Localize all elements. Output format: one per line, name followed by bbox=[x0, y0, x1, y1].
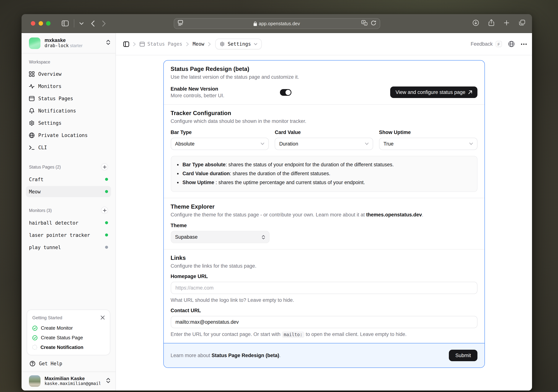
card-value-select[interactable]: Duration bbox=[275, 138, 373, 150]
section-title: Status Page Redesign (beta) bbox=[171, 66, 477, 72]
status-dot-green bbox=[105, 178, 108, 181]
feedback-button[interactable]: Feedback F bbox=[471, 41, 502, 47]
check-circle-icon bbox=[32, 335, 37, 340]
minimize-window-button[interactable] bbox=[38, 21, 43, 26]
panel-top-icon bbox=[140, 41, 145, 47]
tracker-bullet: Show Uptime : shares the uptime percenta… bbox=[183, 178, 472, 187]
sidebar-item-private-locations[interactable]: Private Locations bbox=[26, 129, 111, 141]
screenshot-stage: app.openstatus.dev Ax bbox=[0, 0, 558, 392]
arrow-up-right-icon bbox=[468, 90, 472, 94]
show-uptime-label: Show Uptime bbox=[379, 130, 477, 135]
url-domain: app.openstatus.dev bbox=[174, 21, 380, 26]
lock-icon bbox=[253, 21, 257, 26]
plus-icon bbox=[103, 209, 106, 212]
help-circle-icon bbox=[30, 361, 35, 366]
app-header: Status Pages Meow S bbox=[116, 33, 532, 55]
new-tab-icon[interactable] bbox=[504, 20, 509, 27]
contact-url-label: Contact URL bbox=[171, 308, 477, 313]
get-help-link[interactable]: Get Help bbox=[26, 355, 111, 372]
status-page-settings-form: Status Page Redesign (beta) Use the late… bbox=[163, 60, 485, 368]
status-dot-green bbox=[105, 190, 108, 193]
submit-button[interactable]: Submit bbox=[449, 350, 477, 361]
tracker-bullet: Bar Type absolute: shares the status of … bbox=[183, 160, 472, 169]
sidebar-item-status-pages[interactable]: Status Pages bbox=[26, 92, 111, 105]
tracker-info-box: Bar Type absolute: shares the status of … bbox=[171, 156, 477, 192]
zoom-window-button[interactable] bbox=[46, 21, 51, 26]
sidebar-item-craft[interactable]: Craft bbox=[26, 174, 111, 185]
status-dot-green bbox=[105, 234, 108, 236]
sidebar-dropdown-chevron-icon[interactable] bbox=[79, 22, 84, 25]
terminal-icon bbox=[29, 145, 35, 150]
globe-icon[interactable] bbox=[508, 41, 514, 47]
getting-started-create-monitor[interactable]: Create Monitor bbox=[32, 325, 105, 331]
sidebar-item-hairball-detector[interactable]: hairball detector bbox=[26, 217, 111, 228]
breadcrumb-meow[interactable]: Meow bbox=[193, 41, 204, 47]
homepage-url-label: Homepage URL bbox=[171, 274, 477, 279]
homepage-url-hint: What URL should the logo link to? Leave … bbox=[171, 297, 477, 303]
getting-started-card: Getting Started Create Monitor bbox=[27, 310, 110, 355]
enable-new-version-label: Enable New Version bbox=[171, 86, 224, 92]
section-theme-explorer: Theme Explorer Configure the theme for t… bbox=[164, 198, 484, 249]
dashed-circle-icon bbox=[32, 345, 37, 350]
contact-url-input[interactable] bbox=[171, 316, 477, 328]
sidebar-item-play-tunnel[interactable]: play tunnel bbox=[26, 242, 111, 253]
team-avatar bbox=[29, 37, 41, 49]
gear-icon bbox=[29, 120, 35, 126]
show-uptime-select[interactable]: True bbox=[379, 138, 477, 150]
section-links: Links Configure the links for the status… bbox=[164, 249, 484, 343]
add-monitor-button[interactable] bbox=[101, 207, 108, 214]
user-name: Maximilian Kaske bbox=[44, 376, 100, 381]
workspace-section-label: Workspace bbox=[26, 60, 111, 64]
collapse-sidebar-icon[interactable] bbox=[123, 41, 129, 47]
sidebar-item-overview[interactable]: Overview bbox=[26, 68, 111, 80]
theme-select[interactable]: Supabase bbox=[171, 231, 269, 243]
user-menu[interactable]: Maximilian Kaske kaske.maximilian@gmail… bbox=[22, 372, 115, 391]
view-configure-status-page-button[interactable]: View and configure status page bbox=[390, 87, 477, 98]
panel-top-icon bbox=[29, 96, 35, 101]
close-window-button[interactable] bbox=[31, 21, 35, 26]
getting-started-create-status-page[interactable]: Create Status Page bbox=[32, 335, 105, 340]
add-status-page-button[interactable] bbox=[101, 163, 108, 170]
sidebar-item-meow[interactable]: Meow bbox=[26, 186, 111, 197]
more-options-icon[interactable] bbox=[521, 43, 527, 45]
check-circle-icon bbox=[32, 325, 37, 331]
sidebar-item-monitors[interactable]: Monitors bbox=[26, 80, 111, 92]
breadcrumb-status-pages[interactable]: Status Pages bbox=[140, 41, 182, 47]
downloads-icon[interactable] bbox=[473, 19, 479, 27]
breadcrumb: Status Pages Meow S bbox=[123, 39, 262, 49]
browser-sidebar-icon[interactable] bbox=[62, 20, 69, 26]
user-email: kaske.maximilian@gmail… bbox=[44, 381, 100, 387]
section-status-page-redesign: Status Page Redesign (beta) Use the late… bbox=[164, 61, 484, 104]
gear-icon bbox=[220, 42, 225, 46]
homepage-url-input[interactable] bbox=[171, 282, 477, 294]
browser-window: app.openstatus.dev Ax bbox=[22, 14, 532, 391]
getting-started-title: Getting Started bbox=[32, 315, 62, 320]
chevrons-up-down-icon bbox=[106, 378, 110, 384]
tab-overview-icon[interactable] bbox=[519, 20, 525, 27]
section-description: Configure which data should be shown in … bbox=[171, 118, 477, 124]
section-tracker-configuration: Tracker Configuration Configure which da… bbox=[164, 104, 484, 198]
close-icon[interactable] bbox=[101, 314, 105, 321]
section-title: Tracker Configuration bbox=[171, 110, 477, 117]
theme-label: Theme bbox=[171, 223, 477, 228]
card-value-label: Card Value bbox=[275, 130, 373, 135]
back-button-icon[interactable] bbox=[91, 20, 95, 26]
form-footer: Learn more about Status Page Redesign (b… bbox=[164, 343, 484, 367]
titlebar-divider bbox=[74, 19, 74, 27]
sidebar-item-laser-pointer-tracker[interactable]: laser pointer tracker bbox=[26, 229, 111, 241]
sidebar-item-cli[interactable]: CLI bbox=[26, 141, 111, 154]
forward-button-icon[interactable] bbox=[102, 20, 106, 26]
enable-new-version-toggle[interactable] bbox=[280, 89, 292, 96]
getting-started-create-notification[interactable]: Create Notification bbox=[32, 344, 105, 350]
bar-type-select[interactable]: Absolute bbox=[171, 138, 269, 150]
sidebar-item-settings[interactable]: Settings bbox=[26, 117, 111, 129]
themes-link[interactable]: themes.openstatus.dev bbox=[366, 212, 422, 218]
team-name: mxkaske bbox=[44, 37, 83, 43]
chevrons-up-down-icon bbox=[106, 40, 110, 46]
breadcrumb-settings-dropdown[interactable]: Settings bbox=[215, 39, 262, 49]
share-icon[interactable] bbox=[488, 19, 494, 27]
team-switcher[interactable]: mxkaske drab-lock starter bbox=[22, 33, 115, 53]
chevron-down-icon bbox=[469, 143, 473, 145]
sidebar-item-notifications[interactable]: Notifications bbox=[26, 105, 111, 117]
address-bar[interactable]: app.openstatus.dev Ax bbox=[174, 18, 380, 29]
